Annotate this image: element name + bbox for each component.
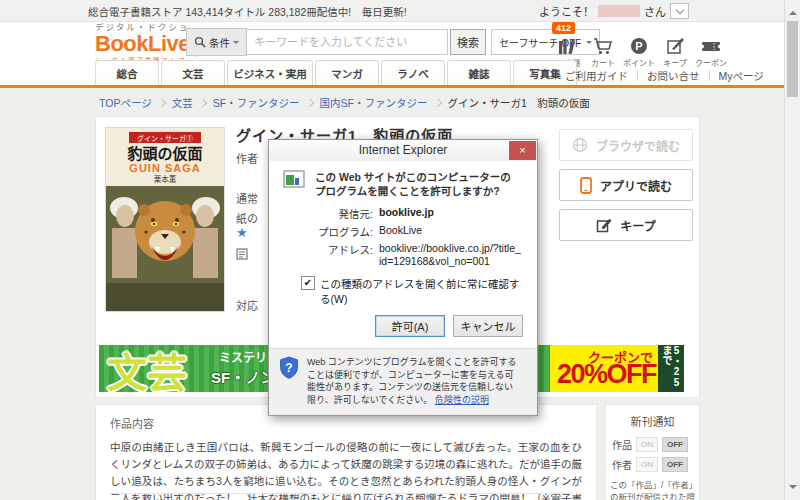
welcome-suffix: さん	[644, 3, 666, 19]
risk-explanation-link[interactable]: 危険性の説明	[435, 395, 489, 405]
cancel-button[interactable]: キャンセル	[453, 315, 523, 337]
breadcrumb-domestic-sf[interactable]: 国内SF・ファンタジー	[320, 95, 428, 110]
svg-text:P: P	[635, 40, 642, 52]
category-nav: 総合 文芸 ビジネス・実用 マンガ ラノベ 雑誌 写真集 ご利用ガイド お問い合…	[0, 62, 784, 88]
tab-manga[interactable]: マンガ	[315, 60, 379, 85]
banner-period-strip: 5・25まで	[658, 345, 684, 392]
scrollbar-up-arrow-icon[interactable]	[789, 7, 797, 15]
field-label: アドレス:	[313, 242, 373, 268]
breadcrumb-bungei[interactable]: 文芸	[172, 95, 193, 110]
dialog-body: この Web サイトがこのコンピューターのプログラムを開くことを許可しますか? …	[269, 161, 537, 306]
chevron-right-icon	[305, 98, 313, 106]
rating-star: ★	[236, 225, 248, 240]
device-label-fragment: 対応	[236, 297, 258, 313]
mypage-link[interactable]: Myページ	[710, 68, 773, 83]
keep-button[interactable]: キープ	[559, 209, 693, 241]
program-window-icon	[283, 170, 305, 188]
cart-icon	[593, 37, 613, 55]
field-value-address: booklive://booklive.co.jp/?title_id=1291…	[379, 242, 523, 268]
notify-heading: 新刊通知	[610, 413, 695, 429]
description-heading: 作品内容	[110, 415, 582, 431]
security-shield-icon: ?	[279, 356, 299, 379]
read-actions: ブラウザで読む アプリで読む キープ	[559, 129, 693, 241]
author-off-toggle[interactable]: OFF	[662, 457, 688, 472]
review-list-icon	[236, 248, 248, 260]
globe-icon	[572, 137, 588, 153]
dialog-titlebar[interactable]: Internet Explorer ×	[269, 140, 537, 161]
username-redacted	[598, 5, 640, 17]
button-label: アプリで読む	[600, 177, 672, 194]
work-on-toggle[interactable]: ON	[636, 437, 658, 452]
cover-author: 栗本薫	[154, 174, 177, 184]
smartphone-icon	[580, 177, 592, 194]
work-off-toggle[interactable]: OFF	[662, 437, 688, 452]
cover-title: 豹頭の仮面	[126, 145, 202, 162]
cover-romaji: GUIN SAGA	[129, 162, 200, 174]
welcome-text: ようこそ！	[539, 3, 594, 19]
dialog-title: Internet Explorer	[359, 143, 448, 157]
read-in-browser-button[interactable]: ブラウザで読む	[559, 129, 693, 161]
tab-sogo[interactable]: 総合	[95, 60, 159, 85]
paper-label-fragment: 紙の	[236, 210, 258, 226]
condition-label: 条件	[209, 35, 230, 50]
book-cover: グイン・サーガ① 豹頭の仮面 GUIN SAGA 栗本薫	[106, 128, 224, 311]
chevron-right-icon	[433, 98, 441, 106]
chevron-right-icon	[198, 98, 206, 106]
always-ask-checkbox-row: ✔ この種類のアドレスを開く前に常に確認する(W)	[301, 276, 523, 306]
svg-text:?: ?	[285, 361, 292, 375]
contact-link[interactable]: お問い合せ	[638, 68, 709, 83]
scrollbar-thumb[interactable]	[787, 21, 798, 97]
caret-down-icon	[233, 41, 239, 47]
scrollbar-down-arrow-icon[interactable]	[789, 485, 797, 493]
button-label: キープ	[620, 217, 655, 234]
dialog-buttons: 許可(A) キャンセル	[269, 306, 537, 348]
checkbox-checked[interactable]: ✔	[301, 276, 315, 290]
cover-series-ribbon: グイン・サーガ①	[137, 134, 193, 143]
tab-zasshi[interactable]: 雑誌	[447, 60, 511, 85]
review-link-fragment[interactable]	[236, 248, 248, 260]
banner-discount-section: クーポンで 20%OFF	[550, 345, 658, 392]
breadcrumb: TOPページ 文芸 SF・ファンタジー 国内SF・ファンタジー グイン・サーガ1…	[99, 95, 590, 110]
tab-ranobe[interactable]: ラノベ	[381, 60, 445, 85]
allow-button[interactable]: 許可(A)	[375, 315, 445, 337]
banner-period-text: 5・25まで	[661, 345, 681, 392]
coupon-icon	[700, 37, 722, 55]
keep-icon	[596, 218, 612, 233]
welcome-area: ようこそ！ さん	[539, 3, 689, 19]
banner-discount-text: 20%OFF	[557, 359, 656, 390]
point-icon: P	[629, 37, 649, 55]
banner-genre-text: 文芸	[107, 345, 187, 392]
breadcrumb-top[interactable]: TOPページ	[99, 95, 152, 110]
chevron-right-icon	[157, 98, 165, 106]
category-tabs: 総合 文芸 ビジネス・実用 マンガ ラノベ 雑誌 写真集	[95, 60, 577, 85]
author-on-toggle[interactable]: ON	[636, 457, 658, 472]
divider	[110, 493, 582, 494]
guide-link[interactable]: ご利用ガイド	[556, 68, 637, 83]
logo-name: BookLive	[95, 33, 190, 55]
top-info-bar: 総合電子書籍ストア 143,414タイトル 283,182冊配信中! 毎日更新!…	[0, 0, 784, 22]
tab-business[interactable]: ビジネス・実用	[227, 60, 313, 85]
chevron-down-icon	[675, 6, 683, 14]
field-value-program: BookLive	[379, 224, 523, 239]
notify-note: この「作品」/「作者」の新刊が配信された際に、メールでお知らせいたします。	[610, 479, 695, 500]
new-release-notify-card: 新刊通知 作品 ON OFF 作者 ON OFF この「作品」/「作者」の新刊が…	[605, 404, 700, 500]
breadcrumb-sf[interactable]: SF・ファンタジー	[213, 95, 300, 110]
author-label-fragment: 作者	[236, 150, 258, 166]
tab-bungei[interactable]: 文芸	[161, 60, 225, 85]
dialog-warning-area: ? Web コンテンツにプログラムを開くことを許可することは便利ですが、コンピュ…	[269, 348, 537, 415]
notify-row-author: 作者 ON OFF	[612, 457, 695, 472]
notify-row-work: 作品 ON OFF	[612, 437, 695, 452]
search-input[interactable]	[247, 29, 448, 55]
account-menu-button[interactable]	[670, 3, 689, 19]
keep-icon	[665, 37, 685, 55]
search-bar: 条件 検索 セーフサーチ OFF	[186, 28, 600, 56]
search-condition-button[interactable]: 条件	[186, 28, 247, 56]
ie-security-dialog: Internet Explorer × この Web サイトがこのコンピューター…	[268, 139, 538, 416]
site-header: デジタル・ドクショ BookLive トータル電子書籍ストア 条件 検索	[0, 22, 784, 62]
browser-scrollbar[interactable]	[784, 0, 800, 500]
bookshelf-icon	[557, 37, 577, 55]
search-button[interactable]: 検索	[450, 29, 486, 55]
dialog-close-button[interactable]: ×	[509, 141, 536, 160]
bookshelf-count-badge: 412	[552, 22, 575, 34]
read-in-app-button[interactable]: アプリで読む	[559, 169, 693, 201]
